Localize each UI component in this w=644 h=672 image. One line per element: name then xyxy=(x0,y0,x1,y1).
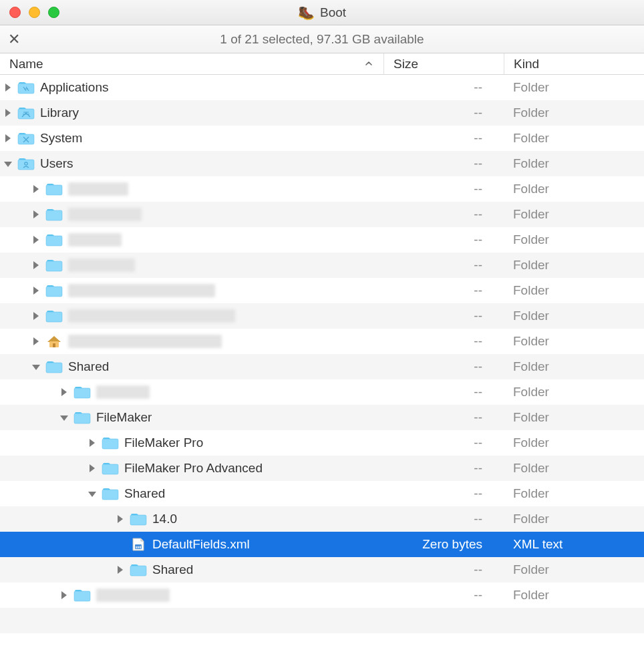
folder-icon xyxy=(45,207,63,222)
row-label: Applications xyxy=(40,80,108,95)
table-row[interactable]: Applications--Folder xyxy=(0,75,644,100)
row-label: Shared xyxy=(152,562,193,577)
row-size: -- xyxy=(383,258,504,273)
column-header-kind-label: Kind xyxy=(514,57,539,71)
table-row[interactable]: Shared--Folder xyxy=(0,354,644,379)
disclosure-triangle-icon[interactable] xyxy=(31,336,41,347)
table-row[interactable]: Users--Folder xyxy=(0,151,644,176)
column-header-kind[interactable]: Kind xyxy=(504,53,644,74)
row-kind: Folder xyxy=(504,588,644,603)
disclosure-triangle-icon xyxy=(3,641,13,651)
table-row[interactable]: 14.0--Folder xyxy=(0,506,644,532)
row-size: -- xyxy=(383,359,504,374)
folder-icon xyxy=(45,283,63,298)
row-label: FileMaker Pro xyxy=(124,436,203,450)
disclosure-triangle-icon[interactable] xyxy=(59,387,69,397)
table-row[interactable]: FileMaker Pro--Folder xyxy=(0,430,644,456)
table-row[interactable]: Shared--Folder xyxy=(0,557,644,582)
redacted-label xyxy=(68,335,222,348)
row-kind: Folder xyxy=(504,106,644,120)
redacted-label xyxy=(68,182,128,196)
row-size: -- xyxy=(383,588,504,603)
row-label: Users xyxy=(40,156,73,171)
table-row[interactable]: Library--Folder xyxy=(0,100,644,126)
disclosure-triangle-icon[interactable] xyxy=(3,82,13,93)
disclosure-triangle-icon[interactable] xyxy=(31,209,41,220)
table-row[interactable]: Shared--Folder xyxy=(0,481,644,506)
folder-app-icon xyxy=(17,80,35,95)
redacted-label xyxy=(68,309,235,323)
folder-icon xyxy=(45,232,63,247)
disclosure-triangle-icon[interactable] xyxy=(3,133,13,144)
file-list[interactable]: Applications--FolderLibrary--FolderSyste… xyxy=(0,75,644,659)
row-kind: Folder xyxy=(504,410,644,425)
table-row[interactable] xyxy=(0,608,644,633)
close-button[interactable] xyxy=(9,7,21,18)
row-kind: Folder xyxy=(504,436,644,450)
row-label: Library xyxy=(40,106,79,120)
table-row[interactable]: FileMaker Pro Advanced--Folder xyxy=(0,456,644,481)
file-xml-icon xyxy=(130,537,147,552)
window-controls xyxy=(0,7,59,18)
row-size: -- xyxy=(383,232,504,247)
column-header-size[interactable]: Size xyxy=(383,53,504,74)
disclosure-triangle-icon[interactable] xyxy=(3,108,13,118)
disclosure-triangle-icon[interactable] xyxy=(3,158,13,169)
row-kind: Folder xyxy=(504,309,644,323)
table-row[interactable]: --Folder xyxy=(0,329,644,354)
folder-system-icon xyxy=(17,131,35,146)
zoom-button[interactable] xyxy=(48,7,59,18)
table-row[interactable]: --Folder xyxy=(0,582,644,608)
row-kind: Folder xyxy=(504,486,644,501)
disclosure-triangle-icon[interactable] xyxy=(87,438,98,448)
row-size: -- xyxy=(383,436,504,450)
row-size: -- xyxy=(383,334,504,349)
row-kind: Folder xyxy=(504,182,644,196)
disclosure-triangle-icon[interactable] xyxy=(31,285,41,296)
disclosure-triangle-icon[interactable] xyxy=(87,463,98,474)
row-kind: Folder xyxy=(504,156,644,171)
disclosure-triangle-icon[interactable] xyxy=(59,412,69,423)
titlebar: 🥾 Boot xyxy=(0,0,644,25)
row-label: Shared xyxy=(68,359,109,374)
table-row[interactable]: --Folder xyxy=(0,278,644,303)
disclosure-triangle-icon[interactable] xyxy=(31,361,41,372)
disclosure-triangle-icon[interactable] xyxy=(31,234,41,245)
row-kind: Folder xyxy=(504,207,644,222)
redacted-label xyxy=(68,259,135,272)
table-row[interactable]: --Folder xyxy=(0,253,644,278)
column-header-name-label: Name xyxy=(9,57,43,71)
table-row[interactable]: FileMaker--Folder xyxy=(0,405,644,430)
disclosure-triangle-icon[interactable] xyxy=(59,590,69,601)
disclosure-triangle-icon[interactable] xyxy=(31,260,41,271)
disclosure-triangle-icon[interactable] xyxy=(87,488,98,499)
folder-icon xyxy=(102,461,119,476)
table-row[interactable] xyxy=(0,633,644,659)
row-kind: Folder xyxy=(504,80,644,95)
table-row[interactable]: --Folder xyxy=(0,202,644,227)
disclosure-triangle-icon[interactable] xyxy=(31,184,41,194)
row-label: Shared xyxy=(124,486,165,501)
disclosure-triangle-icon[interactable] xyxy=(115,514,126,524)
table-row[interactable]: System--Folder xyxy=(0,126,644,151)
row-kind: Folder xyxy=(504,283,644,298)
redacted-label xyxy=(68,284,215,297)
minimize-button[interactable] xyxy=(29,7,40,18)
table-row[interactable]: --Folder xyxy=(0,379,644,405)
disclosure-triangle-icon[interactable] xyxy=(31,311,41,321)
sort-indicator-icon xyxy=(365,59,373,69)
folder-icon xyxy=(45,258,63,273)
folder-icon xyxy=(73,410,91,425)
row-label: System xyxy=(40,131,82,146)
row-size: -- xyxy=(383,461,504,476)
row-kind: Folder xyxy=(504,512,644,526)
table-row[interactable]: --Folder xyxy=(0,227,644,253)
column-header-name[interactable]: Name xyxy=(0,57,383,71)
redacted-label xyxy=(68,233,122,246)
redacted-label xyxy=(68,208,142,221)
table-row[interactable]: --Folder xyxy=(0,176,644,202)
folder-users-icon xyxy=(17,156,35,171)
disclosure-triangle-icon[interactable] xyxy=(115,564,126,575)
table-row[interactable]: DefaultFields.xmlZero bytesXML text xyxy=(0,532,644,557)
table-row[interactable]: --Folder xyxy=(0,303,644,329)
